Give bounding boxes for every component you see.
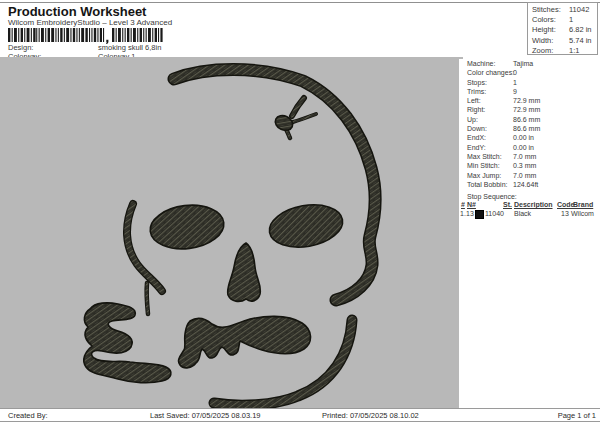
app-name-version: Wilcom EmbroideryStudio – Level 3 Advanc…: [8, 18, 172, 27]
max-stitch-row: Max Stitch:7.0 mm: [459, 152, 600, 161]
col-code: Code: [557, 201, 575, 208]
col-n: N#: [467, 201, 476, 208]
worksheet-footer: Created By: Last Saved: 07/05/2025 08.03…: [0, 408, 600, 422]
skull-nose: [228, 243, 261, 301]
stat-width: Width:5.74 in: [532, 36, 597, 46]
created-by-label: Created By:: [8, 411, 48, 420]
down-row: Down:86.6 mm: [459, 124, 600, 133]
stop-row-brand: Wilcom: [571, 210, 594, 217]
smoke-swirl: [84, 303, 171, 383]
stop-row-code: 13: [561, 210, 569, 217]
left-row: Left:72.9 mm: [459, 96, 600, 105]
design-label: Design:: [8, 43, 98, 52]
stop-sequence-title: Stop Sequence:: [459, 192, 600, 201]
skull-mouth: [179, 316, 311, 368]
embroidery-design-smoking-skull: [0, 57, 463, 408]
machine-row: Machine:Tajima: [459, 59, 600, 68]
stat-stitches: Stitches:11042: [532, 5, 597, 15]
top-rule: [0, 2, 600, 3]
stat-zoom: Zoom:1:1: [532, 46, 597, 56]
page-title: Production Worksheet: [8, 4, 146, 19]
design-preview-canvas: [0, 57, 463, 408]
min-stitch-row: Min Stitch:0.3 mm: [459, 161, 600, 170]
max-jump-row: Max Jump:7.0 mm: [459, 171, 600, 180]
col-num: #: [461, 201, 465, 208]
stat-height: Height:6.82 in: [532, 25, 597, 35]
right-row: Right:72.9 mm: [459, 105, 600, 114]
printed-text: Printed: 07/05/2025 08.10.02: [322, 411, 419, 420]
design-name-row: Design:smoking skull 6,8in: [8, 43, 161, 52]
stop-row-description: Black: [514, 210, 531, 217]
stop-row-st: 11040: [485, 210, 504, 217]
stat-colors: Colors:1: [532, 15, 597, 25]
endx-row: EndX:0.00 in: [459, 133, 600, 142]
skull-cranium-outline: [174, 70, 375, 301]
production-worksheet-page: Production Worksheet Wilcom EmbroiderySt…: [0, 0, 600, 424]
thread-color-swatch: [475, 210, 484, 219]
skull-right-eye: [266, 199, 346, 252]
page-number: Page 1 of 1: [558, 411, 596, 420]
col-st: St.: [503, 201, 512, 208]
last-saved-text: Last Saved: 07/05/2025 08.03.19: [150, 411, 261, 420]
stops-row: Stops:1: [459, 78, 600, 87]
stop-row-n: 13: [466, 210, 474, 217]
endy-row: EndY:0.00 in: [459, 143, 600, 152]
total-bobbin-row: Total Bobbin:124.64ft: [459, 180, 600, 189]
col-description: Description: [514, 201, 553, 208]
trims-row: Trims:9: [459, 87, 600, 96]
skull-left-eye: [148, 201, 227, 253]
stop-row-num: 1.: [460, 210, 466, 217]
design-value: smoking skull 6,8in: [98, 43, 161, 52]
col-brand: Brand: [573, 201, 593, 208]
design-barcode: [8, 28, 164, 44]
up-row: Up:86.6 mm: [459, 115, 600, 124]
stop-sequence-table: # N# St. Description Code Brand 1. 13 11…: [459, 201, 600, 223]
machine-info-panel: Machine:Tajima Color changes:0 Stops:1 T…: [459, 59, 600, 408]
design-stats-box: Stitches:11042 Colors:1 Height:6.82 in W…: [527, 2, 598, 55]
color-changes-row: Color changes:0: [459, 68, 600, 77]
